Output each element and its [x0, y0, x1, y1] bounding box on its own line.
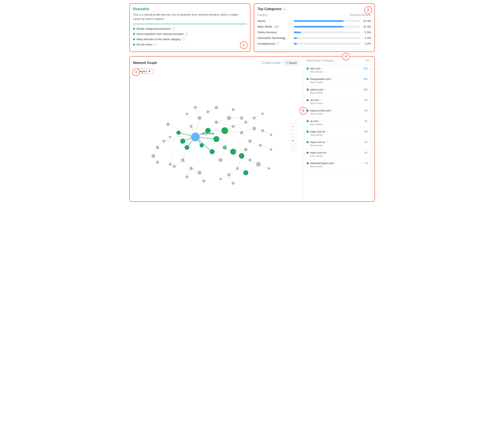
bar-fill	[294, 43, 297, 45]
export-icon: ⇧	[286, 61, 288, 64]
svg-point-69	[166, 123, 170, 126]
bottom-section: Network Graph ⓘ How it works ⇧ Export Ca…	[129, 56, 375, 202]
domain-left: espn.com.ar ↗	[306, 141, 328, 144]
domain-item-espncombr[interactable]: espn.com.br ↗ 89 ⌄ Mass Media	[303, 128, 374, 138]
filter-icon[interactable]: ▿	[370, 59, 371, 62]
svg-point-122	[243, 170, 248, 175]
reputable-description: This is a natural profile that has lots …	[133, 13, 247, 21]
domain-item-si[interactable]: si.com ↗ 91 ⌄ Mass Media	[303, 117, 374, 128]
svg-point-106	[215, 106, 218, 109]
domain-item-as[interactable]: as.com ↗ 94 ⌄ Mass Media	[303, 96, 374, 107]
svg-point-78	[261, 129, 264, 132]
annotation-circle-4: 4	[342, 53, 350, 60]
svg-line-20	[233, 122, 246, 126]
fit-view-button[interactable]: ⊕	[290, 137, 296, 144]
as-col-header: AS	[366, 59, 369, 62]
info-icon[interactable]: i	[172, 27, 175, 30]
category-row-sports: Sports 37.4%	[258, 19, 371, 23]
external-link-icon: ↗	[335, 162, 336, 164]
domain-row: espn.com.ar ↗ 83 ⌄	[306, 141, 371, 144]
chevron-down-icon[interactable]: ⌄	[369, 99, 371, 101]
svg-point-77	[252, 127, 256, 130]
chevron-down-icon[interactable]: ⌄	[369, 120, 371, 122]
chevron-down-icon[interactable]: ⌄	[369, 88, 371, 91]
category-name: Mass Media You	[258, 25, 291, 28]
svg-point-113	[180, 139, 185, 144]
bar-container	[294, 26, 360, 28]
domain-right: 79 ⌄	[365, 162, 371, 165]
info-icon[interactable]: i	[185, 33, 188, 36]
network-svg-container: espn.com + − ⊕ ⛶	[133, 76, 300, 198]
svg-point-91	[232, 182, 235, 185]
export-button[interactable]: ⇧ Export	[283, 60, 300, 66]
svg-line-12	[164, 137, 195, 141]
domain-dot-icon	[306, 99, 309, 101]
bar-fill	[294, 26, 344, 28]
chevron-down-icon[interactable]: ⌄	[369, 162, 371, 164]
bar-fill	[294, 37, 297, 39]
category-name: Information Technology	[258, 37, 291, 40]
domain-left: as.com ↗	[306, 98, 322, 102]
domain-right: 81 ⌄	[365, 151, 371, 154]
list-item-text: Many domains of the same category	[137, 38, 181, 41]
chevron-down-icon[interactable]: ⌄	[369, 130, 371, 133]
domain-row: as.com ↗ 94 ⌄	[306, 98, 371, 102]
external-link-icon: ↗	[332, 109, 333, 112]
chevron-down-icon[interactable]: ⌄	[369, 78, 371, 80]
domain-name: espn.com.mx ↗	[310, 151, 329, 154]
domain-name: espn.com.ar ↗	[310, 141, 328, 144]
gray-nodes	[151, 106, 272, 185]
category-row-uncategorized: Uncategorized i 2.2%	[258, 42, 371, 45]
domain-item-bbc[interactable]: bbc.com ↗ 100 ⌄ Mass Media	[303, 65, 374, 75]
fullscreen-button[interactable]: ⛶	[290, 145, 296, 151]
domain-score: 91	[365, 119, 367, 123]
domain-left: bbc.com ↗	[306, 67, 323, 70]
svg-point-73	[227, 116, 231, 120]
svg-point-71	[198, 116, 201, 120]
chevron-down-icon[interactable]: ⌄	[369, 109, 371, 112]
reputable-title: Reputable	[133, 7, 247, 11]
categories-title: Top Categories i	[258, 7, 371, 11]
how-it-works-button[interactable]: ⓘ How it works	[261, 61, 281, 65]
chevron-down-icon[interactable]: ⌄	[369, 152, 371, 154]
category-row-info-tech: Information Technology 2.2%	[258, 37, 371, 40]
chevron-down-icon[interactable]: ⌄	[369, 141, 371, 143]
domain-right: 91 ⌄	[365, 119, 371, 123]
domain-item-bleacherreport[interactable]: bleacherreport.com ↗ 79 ⌄ Mass Media	[303, 159, 374, 170]
category-pct: 37.4%	[363, 19, 371, 23]
domain-category: Mass Media	[310, 123, 371, 126]
category-row-online-services: Online Services 5.5%	[258, 31, 371, 34]
categories-header: Category Referring Domains	[258, 13, 371, 17]
chevron-down-icon[interactable]: ⌄	[369, 67, 371, 70]
domain-name: bbc.com ↗	[310, 67, 323, 70]
domain-right: 100 ⌄	[363, 77, 371, 80]
info-icon[interactable]: i	[154, 43, 157, 46]
svg-point-79	[270, 134, 272, 136]
annotation-circle-5: 5	[300, 107, 307, 115]
svg-point-119	[210, 149, 215, 154]
domain-item-espncricinfo[interactable]: espncricinfo.com ↗ 93 ⌄ Mass Media	[303, 107, 374, 117]
bar-container	[294, 20, 360, 22]
top-categories-card: Top Categories i Category Referring Doma…	[254, 3, 375, 52]
domain-left: espncricinfo.com ↗	[306, 109, 333, 112]
info-icon[interactable]: i	[182, 38, 185, 41]
domain-item-theguardian[interactable]: theguardian.com ↗ 100 ⌄ Mass Media	[303, 75, 374, 86]
domain-dot-icon	[306, 67, 309, 70]
svg-point-70	[190, 125, 193, 128]
list-item: No link farms i	[133, 43, 247, 46]
svg-point-83	[244, 148, 247, 151]
svg-point-100	[156, 146, 159, 149]
network-panel: Network Graph ⓘ How it works ⇧ Export Ca…	[130, 57, 303, 201]
domain-category: Mass Media	[310, 102, 371, 104]
network-header: Network Graph ⓘ How it works ⇧ Export	[133, 60, 300, 66]
zoom-in-button[interactable]: +	[290, 123, 296, 129]
domain-item-espncomar[interactable]: espn.com.ar ↗ 83 ⌄ Mass Media	[303, 138, 374, 149]
domain-item-yahoo[interactable]: yahoo.com ↗ 100 ⌄ Mass Media	[303, 86, 374, 96]
zoom-out-button[interactable]: −	[290, 130, 296, 136]
domain-item-espncommx[interactable]: espn.com.mx ↗ 81 ⌄ Mass Media	[303, 149, 374, 159]
info-icon[interactable]: i	[276, 42, 279, 45]
categories-info-icon[interactable]: i	[283, 8, 286, 11]
external-link-icon: ↗	[320, 99, 322, 101]
domain-score: 100	[363, 88, 368, 91]
domain-score: 94	[365, 98, 367, 102]
